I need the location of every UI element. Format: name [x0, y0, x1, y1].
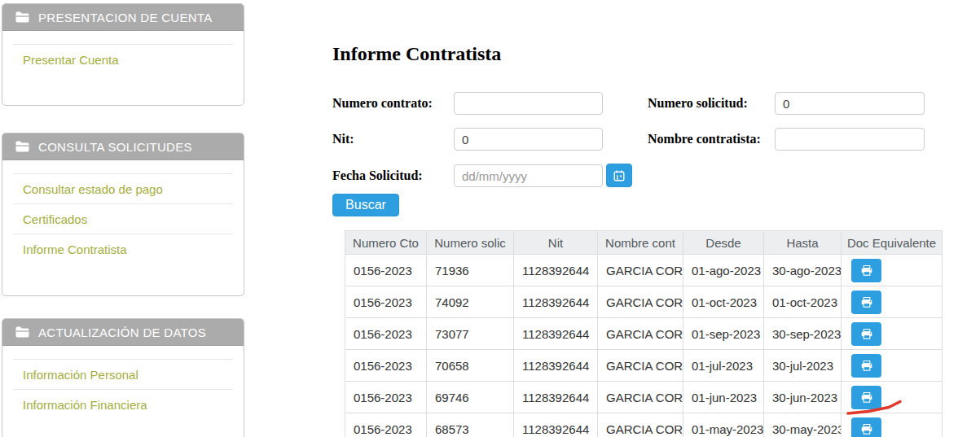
sidebar-panel-0: PRESENTACION DE CUENTAPresentar Cuenta [2, 3, 244, 106]
folder-icon [15, 141, 29, 152]
table-cell: 30-sep-2023 [764, 318, 842, 350]
doc-equivalente-cell [842, 286, 943, 318]
table-cell: 71936 [427, 255, 514, 286]
numero-contrato-input[interactable] [454, 92, 603, 115]
page-title: Informe Contratista [332, 43, 501, 65]
printer-icon [861, 329, 872, 339]
print-button[interactable] [851, 417, 881, 437]
sidebar-panel-list: Consultar estado de pagoCertificadosInfo… [2, 160, 244, 295]
doc-equivalente-cell [842, 413, 943, 437]
table-cell: 1128392644 [514, 382, 598, 413]
sidebar-panel-title: PRESENTACION DE CUENTA [38, 11, 213, 24]
buscar-button[interactable]: Buscar [332, 194, 399, 216]
table-cell: 01-jun-2023 [683, 382, 764, 413]
printer-icon [861, 424, 872, 435]
nit-input[interactable] [454, 128, 603, 151]
folder-icon [15, 326, 29, 338]
table-cell: 68573 [427, 413, 514, 437]
sidebar-panel-title: ACTUALIZACIÓN DE DATOS [38, 326, 206, 339]
table-cell: 0156-2023 [345, 413, 427, 437]
table-cell: 01-sep-2023 [683, 318, 764, 350]
numero-solicitud-label: Numero solicitud: [648, 95, 748, 111]
folder-icon [15, 11, 29, 23]
sidebar-panel-list: Información PersonalInformación Financie… [2, 346, 244, 437]
table-cell: 30-may-2023 [764, 413, 842, 437]
calendar-icon [613, 170, 625, 181]
doc-equivalente-cell [842, 382, 943, 413]
printer-icon [861, 392, 872, 403]
table-cell: 74092 [427, 286, 514, 318]
table-cell: GARCIA COR [598, 413, 683, 437]
sidebar-panel-2: ACTUALIZACIÓN DE DATOSInformación Person… [2, 318, 244, 437]
table-cell: 1128392644 [514, 255, 598, 286]
nit-label: Nit: [332, 131, 354, 147]
table-cell: 1128392644 [514, 413, 598, 437]
table-cell: 69746 [427, 382, 514, 413]
column-header: Nombre cont [598, 231, 683, 255]
table-cell: 0156-2023 [345, 318, 427, 350]
printer-icon [861, 265, 872, 276]
table-header-row: Numero CtoNumero solicNitNombre contDesd… [345, 231, 943, 255]
print-button[interactable] [851, 386, 881, 409]
printer-icon [861, 361, 872, 371]
table-cell: 0156-2023 [345, 255, 427, 286]
table-row: 0156-2023730771128392644GARCIA COR01-sep… [345, 318, 943, 350]
table-row: 0156-2023685731128392644GARCIA COR01-may… [345, 413, 943, 437]
table-cell: 70658 [427, 350, 514, 382]
sidebar-item[interactable]: Informe Contratista [13, 234, 233, 264]
table-cell: 1128392644 [514, 286, 598, 318]
sidebar-panel-list: Presentar Cuenta [2, 31, 244, 105]
column-header: Desde [683, 231, 764, 255]
calendar-button[interactable] [606, 164, 632, 187]
sidebar-panel-title: CONSULTA SOLICITUDES [38, 140, 192, 154]
print-button[interactable] [851, 322, 881, 346]
results-table: Numero CtoNumero solicNitNombre contDesd… [345, 230, 943, 437]
sidebar-item[interactable]: Información Financiera [13, 389, 233, 419]
table-cell: 30-jul-2023 [764, 350, 842, 382]
table-cell: 1128392644 [514, 318, 598, 350]
column-header: Numero Cto [345, 231, 427, 255]
sidebar-item[interactable]: Certificados [13, 203, 233, 234]
doc-equivalente-cell [842, 350, 943, 382]
sidebar: PRESENTACION DE CUENTAPresentar CuentaCO… [2, 3, 244, 437]
table-cell: 01-ago-2023 [683, 255, 764, 286]
table-cell: 1128392644 [514, 350, 598, 382]
sidebar-panel-header[interactable]: ACTUALIZACIÓN DE DATOS [2, 319, 244, 346]
table-cell: 30-jun-2023 [764, 382, 842, 413]
nombre-contratista-label: Nombre contratista: [648, 131, 761, 147]
table-row: 0156-2023719361128392644GARCIA COR01-ago… [345, 255, 943, 286]
table-cell: 01-jul-2023 [683, 350, 764, 382]
table-row: 0156-2023697461128392644GARCIA COR01-jun… [345, 382, 943, 413]
column-header: Nit [514, 231, 598, 255]
table-cell: 01-oct-2023 [683, 286, 764, 318]
table-cell: 0156-2023 [345, 350, 427, 382]
sidebar-panel-header[interactable]: PRESENTACION DE CUENTA [2, 4, 244, 31]
table-cell: GARCIA COR [598, 255, 683, 286]
print-button[interactable] [851, 291, 881, 314]
fecha-solicitud-label: Fecha Solicitud: [332, 168, 423, 184]
print-button[interactable] [851, 259, 881, 282]
table-cell: 01-oct-2023 [764, 286, 842, 318]
doc-equivalente-cell [842, 255, 943, 286]
table-cell: 30-ago-2023 [764, 255, 842, 286]
nombre-contratista-input[interactable] [775, 128, 925, 151]
fecha-solicitud-input[interactable] [454, 164, 603, 187]
sidebar-item[interactable]: Presentar Cuenta [13, 44, 233, 74]
printer-icon [861, 297, 872, 308]
table-cell: GARCIA COR [598, 286, 683, 318]
sidebar-panel-header[interactable]: CONSULTA SOLICITUDES [2, 133, 244, 160]
table-cell: 73077 [427, 318, 514, 350]
numero-contrato-label: Numero contrato: [332, 95, 433, 111]
table-cell: GARCIA COR [598, 382, 683, 413]
sidebar-panel-1: CONSULTA SOLICITUDESConsultar estado de … [2, 133, 244, 296]
table-cell: 0156-2023 [345, 286, 427, 318]
table-cell: 01-may-2023 [683, 413, 764, 437]
table-cell: GARCIA COR [598, 318, 683, 350]
column-header: Numero solic [427, 231, 514, 255]
sidebar-item[interactable]: Consultar estado de pago [13, 173, 233, 203]
table-row: 0156-2023706581128392644GARCIA COR01-jul… [345, 350, 943, 382]
numero-solicitud-input[interactable] [775, 92, 925, 115]
table-body: 0156-2023719361128392644GARCIA COR01-ago… [345, 255, 943, 437]
print-button[interactable] [851, 354, 881, 378]
sidebar-item[interactable]: Información Personal [13, 359, 233, 389]
